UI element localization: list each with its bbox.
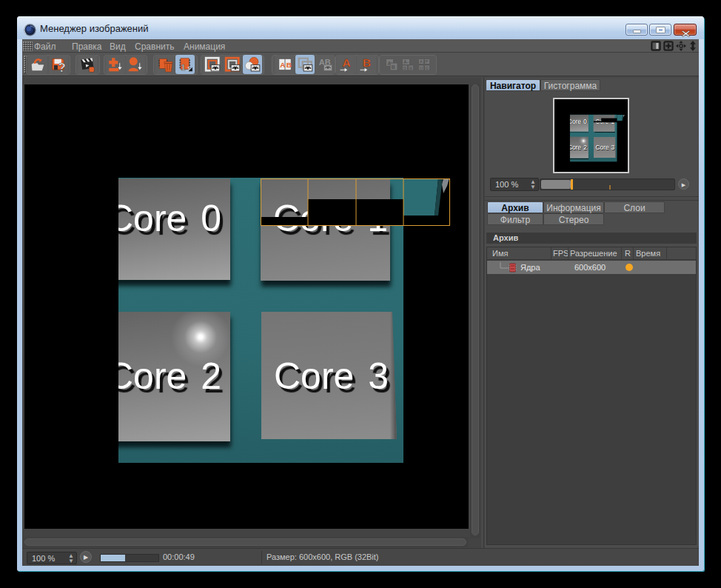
svg-text:?: ? <box>58 61 65 73</box>
svg-text:U: U <box>420 66 423 70</box>
svg-text:B: B <box>363 56 371 69</box>
svg-text:B: B <box>409 66 413 70</box>
svg-text:A: A <box>420 59 423 64</box>
svg-text:A-: A- <box>403 59 409 64</box>
svg-text:G: G <box>426 66 429 70</box>
svg-text:D: D <box>403 66 407 70</box>
svg-text:P: P <box>426 59 429 64</box>
svg-text:B: B <box>286 61 292 69</box>
svg-text:B: B <box>392 64 395 70</box>
svg-text:A: A <box>280 61 285 69</box>
svg-text:.1: .1 <box>186 66 191 73</box>
svg-text:A: A <box>343 56 351 69</box>
